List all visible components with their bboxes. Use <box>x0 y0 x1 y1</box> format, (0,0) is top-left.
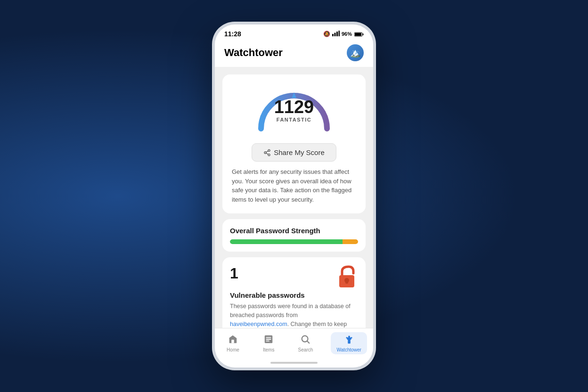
scroll-area: 1129 FANTASTIC Share My Score <box>215 67 373 328</box>
home-indicator <box>215 360 373 368</box>
svg-rect-16 <box>232 340 235 343</box>
vulnerable-subtitle: Vulnerable passwords <box>230 291 358 299</box>
svg-rect-23 <box>348 339 351 343</box>
watchtower-icon <box>344 334 354 346</box>
search-icon <box>300 334 310 346</box>
nav-label-items: Items <box>263 347 274 352</box>
gauge-container: 1129 FANTASTIC <box>252 84 336 136</box>
status-time: 11:28 <box>224 30 241 38</box>
home-icon <box>228 334 238 346</box>
svg-rect-3 <box>338 31 340 36</box>
gauge-center: 1129 FANTASTIC <box>252 98 336 122</box>
share-icon <box>263 149 271 156</box>
svg-line-22 <box>308 341 310 343</box>
svg-rect-0 <box>332 34 334 36</box>
svg-rect-25 <box>348 336 350 338</box>
svg-rect-20 <box>266 341 270 342</box>
nav-label-watchtower: Watchtower <box>336 347 361 352</box>
status-icons: 🔕 96% <box>323 31 364 38</box>
svg-rect-15 <box>345 280 348 284</box>
svg-rect-6 <box>355 33 361 36</box>
svg-rect-19 <box>266 339 271 340</box>
nav-label-home: Home <box>227 347 239 352</box>
haveibeenpwned-link[interactable]: haveibeenpwned.com <box>230 321 287 327</box>
avatar-image: 🏔️ <box>350 48 360 58</box>
strength-bar-fill <box>230 239 358 244</box>
nav-item-search[interactable]: Search <box>293 332 319 354</box>
svg-rect-1 <box>334 33 335 36</box>
vulnerable-description: These passwords were found in a database… <box>230 302 358 328</box>
signal-icon <box>332 31 340 38</box>
page-title: Watchtower <box>224 47 283 59</box>
svg-point-8 <box>268 149 270 151</box>
svg-line-12 <box>266 151 269 152</box>
svg-rect-26 <box>346 337 347 338</box>
vulnerable-count: 1 <box>230 265 238 282</box>
share-button-label: Share My Score <box>274 148 325 156</box>
status-bar: 11:28 🔕 96% <box>215 24 373 41</box>
svg-point-9 <box>264 152 266 154</box>
vulnerable-card[interactable]: 1 Vulnerable passwords These <box>222 257 366 328</box>
nav-item-watchtower[interactable]: Watchtower <box>331 332 367 354</box>
avatar[interactable]: 🏔️ <box>347 44 364 61</box>
strength-bar-background <box>230 239 358 244</box>
mute-icon: 🔕 <box>323 31 330 37</box>
svg-rect-2 <box>336 32 338 36</box>
phone-frame: 11:28 🔕 96% <box>212 22 376 370</box>
gauge-score: 1129 <box>274 98 314 116</box>
description-text: Get alerts for any security issues that … <box>232 167 356 204</box>
gauge-rating: FANTASTIC <box>277 117 311 122</box>
nav-label-search: Search <box>298 347 313 352</box>
gauge-card: 1129 FANTASTIC Share My Score <box>222 74 366 213</box>
vulnerable-top: 1 <box>230 265 358 289</box>
strength-title: Overall Password Strength <box>230 227 358 235</box>
nav-item-home[interactable]: Home <box>221 332 245 354</box>
svg-rect-5 <box>363 33 364 35</box>
open-lock-icon <box>335 265 358 289</box>
app-header: Watchtower 🏔️ <box>215 41 373 67</box>
svg-rect-27 <box>351 337 352 338</box>
svg-rect-18 <box>266 337 271 338</box>
items-icon <box>263 334 274 346</box>
svg-point-10 <box>268 154 270 155</box>
nav-item-items[interactable]: Items <box>257 332 280 354</box>
bottom-navigation: Home Items <box>215 328 373 360</box>
phone-screen: 11:28 🔕 96% <box>215 24 373 368</box>
svg-line-11 <box>266 153 269 155</box>
share-button[interactable]: Share My Score <box>252 143 336 162</box>
battery-icon: 96% <box>342 31 364 37</box>
home-bar <box>270 362 318 364</box>
password-strength-card[interactable]: Overall Password Strength <box>222 219 366 252</box>
